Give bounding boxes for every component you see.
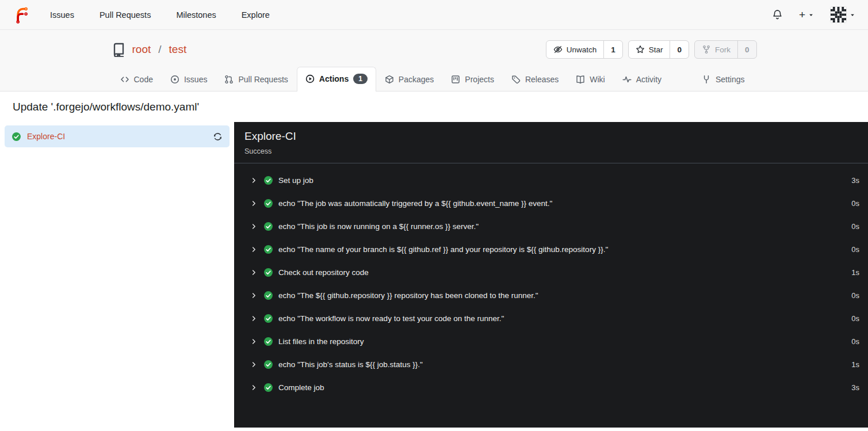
check-circle-icon xyxy=(263,176,273,185)
tab-packages[interactable]: Packages xyxy=(376,68,442,91)
topnav-item-pull-requests[interactable]: Pull Requests xyxy=(100,10,151,20)
step-duration: 0s xyxy=(851,222,859,231)
tab-pull-requests[interactable]: Pull Requests xyxy=(216,68,296,91)
step-name: Complete job xyxy=(278,383,324,392)
star-label: Star xyxy=(649,45,663,54)
check-circle-icon xyxy=(263,245,273,254)
step-duration: 0s xyxy=(851,199,859,208)
step-name: echo "This job's status is ${{ job.statu… xyxy=(278,360,423,369)
repo-tabs: Code Issues Pull Requests Actions 1 Pack… xyxy=(112,67,757,91)
chevron-right-icon[interactable] xyxy=(250,223,258,230)
repo-title: root / test xyxy=(112,43,187,57)
step-row[interactable]: Complete job 3s xyxy=(234,376,868,399)
tag-icon xyxy=(511,75,521,84)
step-row[interactable]: echo "The workflow is now ready to test … xyxy=(234,307,868,330)
star-count[interactable]: 0 xyxy=(670,41,689,58)
step-row[interactable]: echo "This job's status is ${{ job.statu… xyxy=(234,353,868,376)
tab-wiki[interactable]: Wiki xyxy=(567,68,613,91)
log-header: Explore-CI Success xyxy=(234,122,868,163)
fork-count[interactable]: 0 xyxy=(737,41,756,58)
unwatch-count[interactable]: 1 xyxy=(603,41,622,58)
notifications-bell-icon[interactable] xyxy=(772,9,783,20)
step-name: echo "The name of your branch is ${{ git… xyxy=(278,245,608,254)
topnav-item-explore[interactable]: Explore xyxy=(242,10,270,20)
user-avatar xyxy=(830,6,847,23)
fork-label: Fork xyxy=(715,45,731,54)
check-circle-icon xyxy=(263,383,273,392)
topnav-item-issues[interactable]: Issues xyxy=(50,10,74,20)
step-duration: 0s xyxy=(851,291,859,300)
tab-label: Releases xyxy=(525,75,559,84)
tab-label: Pull Requests xyxy=(238,75,288,84)
repo-actions: Unwatch 1 Star 0 Fork 0 xyxy=(546,40,757,59)
chevron-right-icon[interactable] xyxy=(250,338,258,345)
step-row[interactable]: List files in the repository 0s xyxy=(234,330,868,353)
tab-activity[interactable]: Activity xyxy=(614,68,670,91)
step-name: Set up job xyxy=(278,176,313,185)
repo-owner-link[interactable]: root xyxy=(132,43,151,56)
log-job-title: Explore-CI xyxy=(244,130,858,143)
repo-book-icon xyxy=(112,43,126,57)
star-icon xyxy=(636,45,645,54)
page-title: Update '.forgejo/workflows/demo.yaml' xyxy=(13,101,868,113)
steps-list: Set up job 3s echo "The job was automati… xyxy=(234,163,868,399)
star-button[interactable]: Star 0 xyxy=(628,40,689,59)
step-row[interactable]: Set up job 3s xyxy=(234,169,868,192)
chevron-right-icon[interactable] xyxy=(250,269,258,276)
step-duration: 0s xyxy=(851,337,859,346)
step-duration: 1s xyxy=(851,360,859,369)
tab-label: Packages xyxy=(399,75,434,84)
user-menu-button[interactable] xyxy=(830,6,855,23)
tab-code[interactable]: Code xyxy=(112,68,162,91)
chevron-right-icon[interactable] xyxy=(250,361,258,368)
check-circle-icon xyxy=(263,360,273,369)
tab-releases[interactable]: Releases xyxy=(503,68,567,91)
tab-issues[interactable]: Issues xyxy=(162,68,216,91)
check-circle-icon xyxy=(263,337,273,346)
step-duration: 1s xyxy=(851,268,859,277)
chevron-right-icon[interactable] xyxy=(250,177,258,184)
code-icon xyxy=(120,75,129,84)
check-circle-icon xyxy=(263,222,273,231)
chevron-right-icon[interactable] xyxy=(250,315,258,322)
check-circle-icon xyxy=(263,314,273,323)
check-circle-icon xyxy=(12,132,21,142)
chevron-right-icon[interactable] xyxy=(250,246,258,253)
unwatch-button[interactable]: Unwatch 1 xyxy=(546,40,623,59)
step-row[interactable]: echo "The ${{ github.repository }} repos… xyxy=(234,284,868,307)
tab-label: Settings xyxy=(716,75,745,84)
chevron-right-icon[interactable] xyxy=(250,384,258,391)
repo-name-link[interactable]: test xyxy=(169,43,187,56)
step-row[interactable]: echo "The name of your branch is ${{ git… xyxy=(234,238,868,261)
caret-down-icon xyxy=(808,12,814,18)
step-row[interactable]: Check out repository code 1s xyxy=(234,261,868,284)
step-name: List files in the repository xyxy=(278,337,364,346)
tab-label: Wiki xyxy=(590,75,605,84)
tab-actions[interactable]: Actions 1 xyxy=(297,67,376,91)
job-item-explore-ci[interactable]: Explore-CI xyxy=(5,125,230,147)
chevron-right-icon[interactable] xyxy=(250,292,258,299)
tab-label: Issues xyxy=(184,75,207,84)
topnav-item-milestones[interactable]: Milestones xyxy=(176,10,216,20)
forgejo-logo-icon[interactable] xyxy=(13,6,30,24)
fork-button[interactable]: Fork 0 xyxy=(694,40,757,59)
fork-icon xyxy=(702,45,711,54)
tab-label: Activity xyxy=(636,75,661,84)
repo-header: root / test Unwatch 1 Star 0 Fork 0 Code… xyxy=(0,30,868,91)
create-new-button[interactable]: + xyxy=(799,9,814,20)
step-name: echo "The job was automatically triggere… xyxy=(278,199,552,208)
step-duration: 0s xyxy=(851,314,859,323)
refresh-icon[interactable] xyxy=(213,132,223,142)
step-row[interactable]: echo "This job is now running on a ${{ r… xyxy=(234,215,868,238)
step-row[interactable]: echo "The job was automatically triggere… xyxy=(234,192,868,215)
tools-icon xyxy=(702,75,711,84)
top-navbar: IssuesPull RequestsMilestonesExplore + xyxy=(0,0,868,30)
check-circle-icon xyxy=(263,268,273,277)
step-name: echo "This job is now running on a ${{ r… xyxy=(278,222,479,231)
chevron-right-icon[interactable] xyxy=(250,200,258,207)
step-name: Check out repository code xyxy=(278,268,369,277)
repo-separator: / xyxy=(158,43,161,56)
tab-settings[interactable]: Settings xyxy=(693,68,754,91)
step-name: echo "The workflow is now ready to test … xyxy=(278,314,504,323)
tab-projects[interactable]: Projects xyxy=(442,68,503,91)
